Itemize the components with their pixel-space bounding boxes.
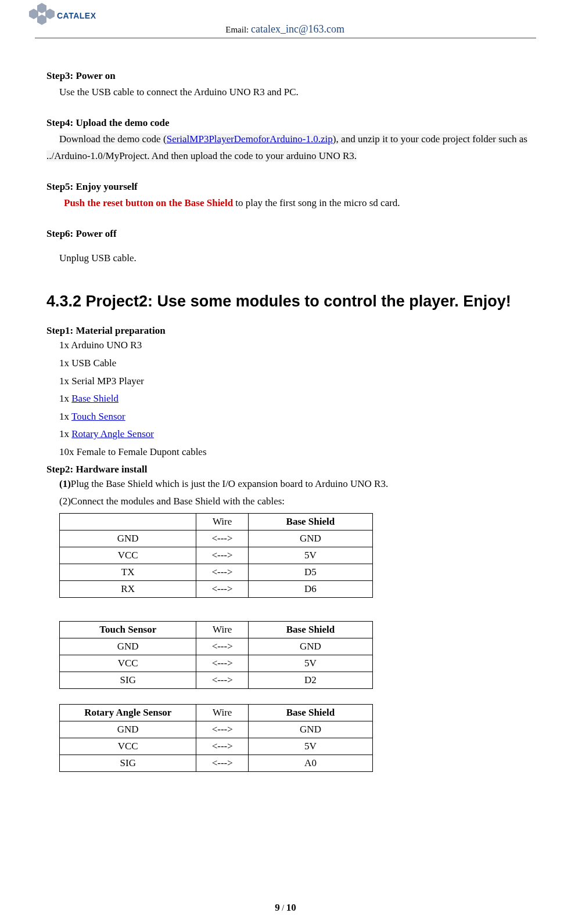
mat-2: 1x USB Cable — [46, 355, 527, 373]
wiring-table-2: Touch Sensor Wire Base Shield GND<--->GN… — [59, 621, 373, 689]
mat-5-pre: 1x — [59, 411, 71, 422]
t1r3c0: RX — [60, 580, 196, 597]
t3r0c0: GND — [60, 721, 196, 738]
section-heading: 4.3.2 Project2: Use some modules to cont… — [46, 293, 527, 311]
wiring-table-1: Wire Base Shield GND<--->GND VCC<--->5V … — [59, 513, 373, 598]
t2r1c2: 5V — [248, 655, 372, 672]
t2r0c2: GND — [248, 638, 372, 655]
page-total: 10 — [286, 902, 296, 913]
touch-sensor-link[interactable]: Touch Sensor — [71, 411, 125, 422]
t3r1c0: VCC — [60, 738, 196, 755]
t2r0c0: GND — [60, 638, 196, 655]
page-sep: / — [280, 904, 286, 912]
email-label: Email: — [225, 25, 251, 34]
content: Step3: Power on Use the USB cable to con… — [0, 38, 571, 772]
t2r2c1: <---> — [196, 672, 249, 688]
mat-5: 1x Touch Sensor — [46, 408, 527, 426]
email-address[interactable]: catalex_inc@163.com — [251, 23, 344, 35]
step5-title: Step5: Enjoy yourself — [46, 181, 527, 193]
step5-rest: to play the first song in the micro sd c… — [233, 197, 400, 208]
page-footer: 9 / 10 — [0, 902, 571, 914]
t1r0c1: <---> — [196, 530, 249, 547]
mat-3: 1x Serial MP3 Player — [46, 373, 527, 391]
t3r1c2: 5V — [249, 738, 373, 755]
step3-body: Use the USB cable to connect the Arduino… — [46, 84, 527, 101]
brand-text: CATALEX — [57, 11, 96, 20]
t2h1: Touch Sensor — [60, 621, 196, 638]
step5-red: Push the reset button on the Base Shield — [64, 197, 233, 208]
t2r2c2: D2 — [248, 672, 372, 688]
page-current: 9 — [275, 902, 280, 913]
t2r0c1: <---> — [196, 638, 249, 655]
t1r0c0: GND — [60, 530, 196, 547]
logo-hex-icon — [29, 3, 55, 28]
t3h2: Wire — [196, 704, 249, 721]
t3r2c1: <---> — [196, 755, 249, 771]
t2h2: Wire — [196, 621, 249, 638]
t3r2c0: SIG — [60, 755, 196, 771]
t3h1: Rotary Angle Sensor — [60, 704, 196, 721]
mat-4: 1x Base Shield — [46, 390, 527, 408]
rotary-sensor-link[interactable]: Rotary Angle Sensor — [71, 428, 154, 439]
t2r1c0: VCC — [60, 655, 196, 672]
t1r3c1: <---> — [196, 580, 249, 597]
step5-body: Push the reset button on the Base Shield… — [46, 195, 527, 212]
p2step2-l1b: (1) — [59, 478, 71, 489]
t2h3: Base Shield — [248, 621, 372, 638]
t1r2c1: <---> — [196, 564, 249, 580]
p2step2-title: Step2: Hardware install — [46, 464, 527, 475]
t1h1 — [60, 513, 196, 530]
t3r1c1: <---> — [196, 738, 249, 755]
mat-4-pre: 1x — [59, 393, 71, 404]
mat-7: 10x Female to Female Dupont cables — [46, 443, 527, 461]
p2step2-l2: (2)Connect the modules and Base Shield w… — [46, 493, 527, 511]
t1r3c2: D6 — [248, 580, 372, 597]
p2step2-l1: (1)Plug the Base Shield which is just th… — [46, 475, 527, 493]
step4-pre: Download the demo code ( — [59, 133, 167, 145]
logo: CATALEX — [29, 3, 96, 28]
p2step2-l1t: Plug the Base Shield which is just the I… — [71, 478, 388, 489]
t1h3: Base Shield — [248, 513, 372, 530]
step4-title: Step4: Upload the demo code — [46, 117, 527, 129]
t3h3: Base Shield — [249, 704, 373, 721]
t1r2c2: D5 — [248, 564, 372, 580]
step4-body: Download the demo code (SerialMP3PlayerD… — [46, 131, 527, 165]
mat-6-pre: 1x — [59, 428, 71, 439]
step6-body: Unplug USB cable. — [46, 250, 527, 267]
demo-code-link[interactable]: SerialMP3PlayerDemoforArduino-1.0.zip — [167, 133, 333, 145]
t3r0c1: <---> — [196, 721, 249, 738]
t1r1c0: VCC — [60, 547, 196, 564]
t1h2: Wire — [196, 513, 249, 530]
t1r1c2: 5V — [248, 547, 372, 564]
t2r2c0: SIG — [60, 672, 196, 688]
step6-title: Step6: Power off — [46, 228, 527, 240]
page-header: CATALEX Email: catalex_inc@163.com — [35, 0, 536, 38]
t3r0c2: GND — [249, 721, 373, 738]
step3-title: Step3: Power on — [46, 70, 527, 82]
mat-1: 1x Arduino UNO R3 — [46, 337, 527, 355]
t2r1c1: <---> — [196, 655, 249, 672]
mat-6: 1x Rotary Angle Sensor — [46, 425, 527, 443]
base-shield-link[interactable]: Base Shield — [71, 393, 118, 404]
t1r1c1: <---> — [196, 547, 249, 564]
t1r0c2: GND — [248, 530, 372, 547]
header-email: Email: catalex_inc@163.com — [225, 23, 344, 35]
page: CATALEX Email: catalex_inc@163.com Step3… — [0, 0, 571, 924]
p2step1-title: Step1: Material preparation — [46, 325, 527, 337]
t3r2c2: A0 — [249, 755, 373, 771]
t1r2c0: TX — [60, 564, 196, 580]
wiring-table-3: Rotary Angle Sensor Wire Base Shield GND… — [59, 704, 373, 772]
